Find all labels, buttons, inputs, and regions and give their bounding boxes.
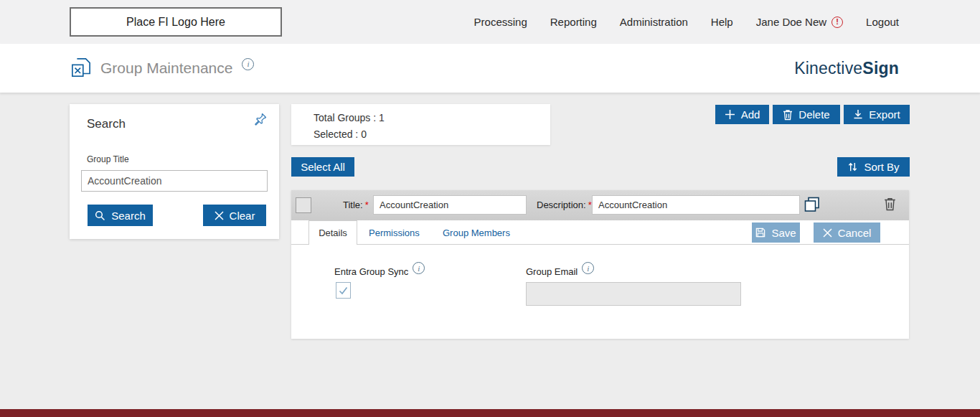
group-maintenance-icon (71, 57, 91, 79)
export-button[interactable]: Export (844, 105, 910, 124)
group-row: Title:* Description:* (291, 190, 909, 220)
search-button-label: Search (111, 210, 146, 222)
tab-permissions[interactable]: Permissions (369, 220, 420, 245)
cancel-button[interactable]: Cancel (814, 222, 880, 243)
clear-icon (215, 211, 224, 220)
cancel-button-label: Cancel (838, 227, 872, 239)
clear-button-label: Clear (230, 210, 255, 222)
save-button[interactable]: Save (752, 222, 800, 243)
description-label-text: Description: (537, 200, 586, 210)
copy-group-button[interactable] (804, 196, 821, 215)
title-label-text: Title: (343, 200, 363, 210)
add-button-label: Add (741, 108, 760, 121)
total-groups-text: Total Groups : 1 (314, 112, 385, 123)
nav-help[interactable]: Help (711, 16, 733, 28)
footer-bar (0, 409, 980, 417)
title-field-label: Title:* (343, 200, 369, 210)
top-nav: Processing Reporting Administration Help… (474, 0, 899, 44)
sort-by-button-label: Sort By (864, 161, 899, 173)
save-button-label: Save (771, 227, 796, 239)
copy-icon (804, 196, 821, 213)
top-bar: Place FI Logo Here Processing Reporting … (0, 0, 980, 44)
pin-icon[interactable] (253, 112, 268, 128)
save-icon (755, 228, 765, 238)
nav-reporting[interactable]: Reporting (550, 16, 597, 28)
group-record-card: Title:* Description:* (291, 190, 909, 339)
group-email-input (526, 282, 741, 306)
nav-processing[interactable]: Processing (474, 16, 527, 28)
title-input[interactable] (373, 195, 527, 215)
summary-panel: Total Groups : 1 Selected : 0 (291, 104, 550, 145)
selected-count-text: Selected : 0 (314, 128, 367, 140)
delete-button-label: Delete (798, 108, 829, 121)
group-title-input[interactable] (81, 170, 268, 192)
export-button-label: Export (869, 108, 900, 121)
sort-by-button[interactable]: Sort By (837, 157, 910, 177)
logo-placeholder-text: Place FI Logo Here (126, 16, 225, 29)
description-input[interactable] (592, 195, 800, 215)
page-title: Group Maintenance (100, 60, 232, 77)
search-panel: Search Group Title Search Clear (70, 104, 279, 239)
delete-button[interactable]: Delete (773, 105, 840, 124)
search-button[interactable]: Search (88, 205, 153, 226)
search-panel-title: Search (87, 117, 126, 131)
title-required-mark: * (365, 200, 369, 210)
group-email-label-text: Group Email (526, 266, 578, 277)
clear-button[interactable]: Clear (203, 205, 266, 226)
sort-arrows-icon (847, 161, 858, 172)
brand-product: Sign (862, 59, 899, 78)
trash-icon (783, 109, 793, 121)
entra-info-icon[interactable]: i (413, 262, 425, 274)
tab-details[interactable]: Details (308, 220, 357, 245)
brand-name: Kinective (794, 59, 862, 78)
delete-row-button[interactable] (884, 197, 896, 213)
download-icon (853, 109, 863, 120)
info-icon[interactable]: i (242, 58, 254, 70)
search-icon (95, 210, 105, 221)
checkmark-icon (339, 286, 348, 295)
group-email-label: Group Email i (526, 266, 594, 278)
alert-icon: ! (831, 17, 843, 28)
nav-user-menu[interactable]: Jane Doe New ! (756, 16, 843, 28)
entra-group-sync-checkbox[interactable] (336, 282, 351, 299)
group-title-label: Group Title (87, 154, 129, 164)
select-all-button[interactable]: Select All (291, 157, 354, 177)
entra-group-sync-label-text: Entra Group Sync (334, 266, 408, 277)
tab-group-members[interactable]: Group Members (443, 220, 510, 245)
entra-group-sync-label: Entra Group Sync i (334, 266, 425, 278)
nav-logout[interactable]: Logout (866, 16, 899, 28)
cancel-icon (823, 228, 832, 238)
logo-placeholder: Place FI Logo Here (70, 7, 282, 37)
user-name: Jane Doe New (756, 16, 826, 28)
add-button[interactable]: Add (715, 105, 769, 124)
app-header: Group Maintenance i Kinective Sign (0, 44, 980, 93)
brand-logo: Kinective Sign (794, 44, 899, 93)
details-tab-panel: Entra Group Sync i Group Email i (291, 245, 909, 339)
page: Place FI Logo Here Processing Reporting … (0, 0, 980, 417)
select-all-button-label: Select All (301, 161, 345, 173)
module-header: Group Maintenance i (71, 44, 254, 93)
row-select-checkbox[interactable] (296, 197, 311, 213)
group-email-info-icon[interactable]: i (582, 262, 594, 274)
row-trash-icon (884, 197, 896, 211)
tab-bar: Details Permissions Group Members Save (291, 220, 909, 245)
description-field-label: Description:* (537, 200, 592, 210)
description-required-mark: * (588, 200, 592, 210)
plus-icon (725, 109, 735, 120)
nav-administration[interactable]: Administration (620, 16, 688, 28)
